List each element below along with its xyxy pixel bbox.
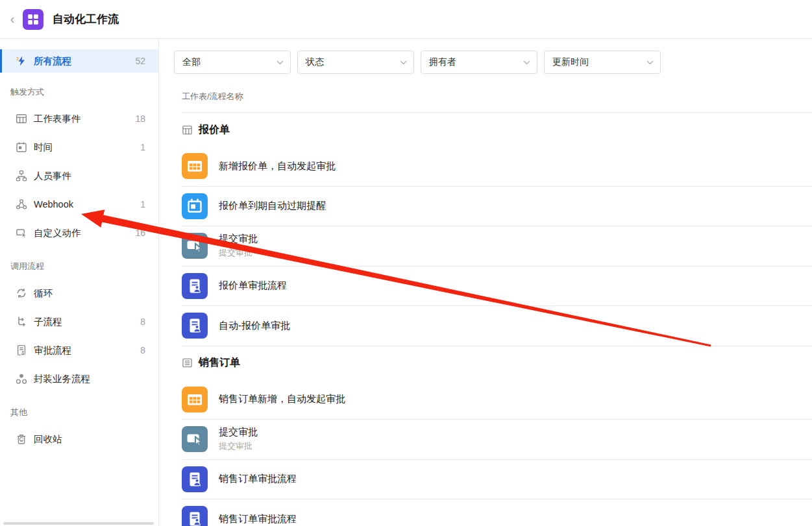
sidebar-horizontal-scrollbar[interactable] [3,522,154,525]
webhook-icon [16,198,27,210]
sidebar-item-webhook[interactable]: Webhook 1 [0,190,158,219]
chevron-down-icon [523,60,530,65]
sidebar-item-label: 自定义动作 [34,227,81,239]
sidebar-item-label: 工作表事件 [34,113,81,125]
lightning-icon [16,55,27,67]
node-cluster-icon [16,373,27,385]
worksheet-table-icon [16,113,27,125]
sidebar-section-other: 其他 [10,407,148,418]
workflow-title: 新增报价单，自动发起审批 [219,160,336,173]
workflow-row[interactable]: 报价单到期自动过期提醒 [182,187,812,227]
column-header-name: 工作表/流程名称 [182,91,812,102]
custom-action-trigger-icon [182,426,208,452]
workflow-row[interactable]: 报价单审批流程 [182,267,812,307]
filter-value: 拥有者 [429,56,456,68]
filter-bar: 全部 状态 拥有者 更新时间 [174,51,812,74]
subprocess-branch-icon [16,316,27,328]
sidebar-item-count: 8 [140,317,145,327]
group-header-quotation: 报价单 [182,113,812,147]
workflow-row[interactable]: 销售订单审批流程 [182,460,812,500]
filter-value: 全部 [182,56,201,68]
workflow-row[interactable]: 销售订单新增，自动发起审批 [182,380,812,420]
approval-flow-icon [182,313,208,339]
sidebar-item-label: 时间 [34,141,53,154]
filter-dropdown-status[interactable]: 状态 [297,51,414,74]
sidebar-item-all-flows[interactable]: 所有流程 52 [0,49,158,73]
sidebar-item-count: 16 [135,228,145,238]
custom-action-icon [16,227,27,239]
top-bar: ‹ 自动化工作流 [0,0,812,39]
filter-dropdown-owner[interactable]: 拥有者 [421,51,537,74]
main-content: 全部 状态 拥有者 更新时间 工作表/流程名称 [160,39,812,526]
approval-flow-icon [182,506,208,526]
chevron-down-icon [277,60,284,65]
chevron-down-icon [400,60,407,65]
filter-value: 更新时间 [552,56,589,68]
workflow-row[interactable]: 提交审批 提交审批 [182,226,812,267]
workflow-app-icon [23,9,43,30]
sidebar-item-label: 循环 [34,287,53,300]
sidebar-item-subprocess[interactable]: 子流程 8 [0,307,158,336]
workflow-row[interactable]: 自动-报价单审批 [182,306,812,346]
filter-dropdown-update-time[interactable]: 更新时间 [544,51,661,74]
worksheet-trigger-icon [182,387,208,412]
loop-icon [16,287,27,299]
sidebar-item-label: 审批流程 [34,344,71,357]
workflow-row[interactable]: 销售订单审批流程 [182,499,812,526]
chevron-down-icon [646,60,654,65]
sidebar-item-people-events[interactable]: 人员事件 [0,161,158,190]
worksheet-trigger-icon [182,153,208,179]
time-trigger-icon [182,193,208,219]
back-chevron-icon[interactable]: ‹ [4,12,21,27]
sidebar-item-label: 子流程 [34,316,62,328]
sidebar-item-approval-flow[interactable]: 审批流程 8 [0,336,158,365]
workflow-title: 提交审批 [219,426,258,438]
sidebar-item-label: 人员事件 [34,170,71,182]
sidebar-item-custom-action[interactable]: 自定义动作 16 [0,219,158,247]
workflow-row[interactable]: 提交审批 提交审批 [182,420,812,460]
sidebar: 所有流程 52 触发方式 工作表事件 18 时间 1 [0,39,159,526]
workflow-list: 报价单 新增报价单，自动发起审批 [182,112,812,526]
sidebar-section-trigger: 触发方式 [10,86,148,98]
sidebar-item-worksheet-events[interactable]: 工作表事件 18 [0,104,158,133]
sidebar-item-packaged-process[interactable]: 封装业务流程 [0,365,158,393]
grid-glyph-icon [27,13,40,26]
workflow-row[interactable]: 新增报价单，自动发起审批 [182,147,812,187]
filter-dropdown-category[interactable]: 全部 [174,51,291,74]
workflow-title: 提交审批 [219,233,258,245]
filter-value: 状态 [306,56,324,68]
workflow-title: 自动-报价单审批 [219,320,290,332]
workflow-title: 销售订单新增，自动发起审批 [219,393,345,405]
workflow-title: 销售订单审批流程 [219,513,297,525]
sidebar-item-label: 封装业务流程 [34,373,90,385]
recycle-bin-icon [16,433,27,445]
page-title: 自动化工作流 [53,12,119,27]
sidebar-item-recycle-bin[interactable]: 回收站 [0,425,158,453]
workflow-title: 报价单到期自动过期提醒 [219,200,326,212]
sidebar-section-invoke: 调用流程 [10,261,148,272]
sidebar-item-count: 18 [135,114,145,124]
approval-flow-icon [182,273,208,299]
workflow-title: 销售订单审批流程 [219,473,297,485]
workflow-subtitle: 提交审批 [219,440,258,452]
org-chart-icon [16,170,27,182]
sidebar-item-time[interactable]: 时间 1 [0,133,158,161]
sidebar-item-label: 所有流程 [34,55,71,67]
sidebar-item-label: 回收站 [34,433,62,446]
sidebar-item-loop[interactable]: 循环 [0,279,158,307]
group-header-sales-order: 销售订单 [182,346,812,380]
sidebar-item-count: 1 [140,199,145,209]
worksheet-gray-icon [182,357,193,368]
workflow-title: 报价单审批流程 [219,280,287,292]
sidebar-item-count: 52 [135,56,145,66]
worksheet-gray-icon [182,125,193,136]
group-name: 销售订单 [199,356,240,370]
calendar-icon [16,141,27,153]
workflow-subtitle: 提交审批 [219,247,258,259]
sidebar-item-count: 8 [140,345,145,355]
sidebar-item-label: Webhook [34,199,73,209]
group-name: 报价单 [199,123,230,137]
approval-flow-icon [182,466,208,492]
sidebar-item-count: 1 [140,142,145,152]
custom-action-trigger-icon [182,233,208,259]
